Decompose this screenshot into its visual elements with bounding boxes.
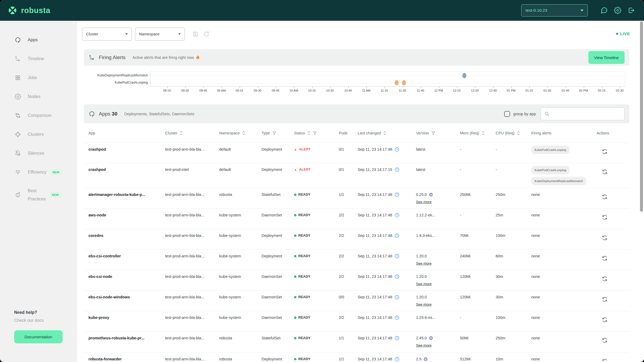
column-header-type[interactable]: Type bbox=[262, 131, 294, 135]
alert-chip[interactable]: KubePodCrashLooping bbox=[531, 146, 569, 154]
refresh-action-icon[interactable] bbox=[601, 358, 608, 362]
ready-dot-icon bbox=[294, 316, 296, 319]
column-header-status[interactable]: Status bbox=[294, 131, 339, 135]
refresh-action-icon[interactable] bbox=[601, 168, 608, 175]
x-tick bbox=[258, 86, 258, 88]
sidebar-item-apps[interactable]: Apps bbox=[0, 30, 77, 49]
alert-chip[interactable]: KubePodCrashLooping bbox=[531, 166, 569, 174]
see-more-link[interactable]: See more bbox=[416, 281, 432, 287]
ready-dot-icon bbox=[294, 194, 296, 196]
alert-chip[interactable]: KubeDeploymentReplicasMismatch bbox=[531, 177, 586, 185]
refresh-action-icon[interactable] bbox=[601, 316, 608, 323]
filter-icon[interactable] bbox=[431, 131, 435, 135]
see-more-link[interactable]: See more bbox=[416, 302, 432, 307]
namespace-filter-select[interactable]: Namespace bbox=[135, 28, 185, 41]
refresh-action-icon[interactable] bbox=[601, 255, 608, 262]
app-name[interactable]: crashpod bbox=[88, 163, 165, 172]
last-changed-cell: Sep 11, 23 14:17:48 bbox=[358, 250, 416, 259]
refresh-action-icon[interactable] bbox=[601, 235, 608, 241]
chevron-down-icon bbox=[580, 10, 584, 11]
column-header-pods[interactable]: Pods bbox=[339, 131, 358, 135]
status-cell: READY bbox=[294, 332, 339, 341]
robusta-dashboard: robusta test-0.10.23 bbox=[0, 0, 644, 362]
app-name[interactable]: ebs-csi-node-windows bbox=[88, 291, 165, 300]
sidebar-item-clusters[interactable]: Clusters bbox=[0, 125, 77, 144]
sidebar-item-efficiency[interactable]: EfficiencyNEW bbox=[0, 163, 77, 182]
see-more-link[interactable]: See more bbox=[416, 199, 432, 205]
see-more-link[interactable]: See more bbox=[416, 343, 432, 348]
sidebar-item-comparison[interactable]: Comparison bbox=[0, 106, 77, 125]
sidebar-item-best-practices[interactable]: BestPracticesNEW bbox=[0, 182, 77, 208]
topbar: robusta test-0.10.23 bbox=[0, 0, 644, 21]
search-input[interactable] bbox=[550, 112, 621, 116]
see-more-link[interactable]: See more bbox=[416, 261, 432, 266]
alert-dot[interactable] bbox=[462, 73, 466, 78]
cpu-cell: 100m bbox=[496, 311, 531, 320]
vertical-scrollbar[interactable] bbox=[640, 21, 643, 212]
refresh-action-icon[interactable] bbox=[601, 214, 608, 221]
app-name[interactable]: prometheus-robusta-kube-pr... bbox=[88, 332, 165, 341]
app-name[interactable]: coredns bbox=[88, 229, 165, 238]
column-header-actions[interactable]: Actions bbox=[597, 131, 620, 135]
chat-icon[interactable] bbox=[600, 7, 608, 14]
sort-icon[interactable] bbox=[307, 131, 310, 135]
app-name[interactable]: aws-node bbox=[88, 209, 165, 218]
reset-filters-icon[interactable] bbox=[203, 31, 210, 38]
sidebar-item-jobs[interactable]: Jobs bbox=[0, 68, 77, 87]
comparison-icon bbox=[14, 112, 21, 119]
x-tick-label: 10 AM bbox=[290, 89, 298, 92]
documentation-button[interactable]: Documentation bbox=[14, 330, 63, 343]
mem-cell: 250Mi bbox=[460, 188, 496, 197]
clock-icon bbox=[394, 315, 400, 320]
filter-icon[interactable] bbox=[313, 131, 317, 135]
column-header-ns[interactable]: Namespace bbox=[219, 131, 262, 135]
sidebar-item-nodes[interactable]: Nodes bbox=[0, 87, 77, 106]
save-filters-icon[interactable] bbox=[192, 31, 199, 38]
cluster-filter-select[interactable]: Cluster bbox=[82, 28, 132, 41]
version-select[interactable]: test-0.10.23 bbox=[521, 4, 588, 17]
alert-dot[interactable] bbox=[395, 80, 399, 85]
status-badge: READY bbox=[294, 315, 339, 320]
column-header-mem[interactable]: Mem (Req) bbox=[460, 131, 496, 135]
filter-icon[interactable] bbox=[272, 131, 276, 135]
alert-dot[interactable] bbox=[402, 80, 406, 85]
group-by-app-checkbox[interactable] bbox=[504, 111, 510, 117]
clock-icon bbox=[394, 357, 400, 362]
app-name[interactable]: ebs-csi-controller bbox=[88, 250, 165, 259]
sort-icon[interactable] bbox=[517, 131, 520, 135]
sidebar-item-timeline[interactable]: Timeline bbox=[0, 49, 77, 68]
help-subtitle[interactable]: Check our docs bbox=[14, 318, 63, 323]
column-header-alerts[interactable]: Firing alerts bbox=[531, 131, 597, 135]
sort-icon[interactable] bbox=[383, 131, 386, 135]
sort-icon[interactable] bbox=[242, 131, 245, 135]
sidebar-item-silences[interactable]: Silences bbox=[0, 144, 77, 163]
view-timeline-button[interactable]: View Timeline bbox=[588, 51, 625, 64]
status-badge: ▲ALERT bbox=[294, 167, 339, 172]
column-header-version[interactable]: Version bbox=[416, 131, 460, 135]
logout-icon[interactable] bbox=[627, 7, 635, 14]
app-name[interactable]: alertmanager-robusta-kube-p... bbox=[88, 188, 165, 197]
robusta-logo[interactable]: robusta bbox=[8, 6, 50, 15]
app-name[interactable]: robusta-forwarder bbox=[88, 353, 165, 362]
filters-bar: Cluster Namespace bbox=[77, 27, 644, 41]
app-name[interactable]: ebs-csi-node bbox=[88, 270, 165, 279]
cluster-cell: test-prod-arm-bla-bla... bbox=[165, 209, 219, 218]
search-icon bbox=[544, 111, 550, 117]
refresh-action-icon[interactable] bbox=[601, 194, 608, 200]
app-name[interactable]: crashpod bbox=[88, 143, 165, 152]
sort-icon[interactable] bbox=[180, 131, 183, 135]
column-header-cluster[interactable]: Cluster bbox=[165, 131, 219, 135]
version-cell: 2.45.0⚙See more bbox=[416, 332, 460, 348]
column-header-app[interactable]: App bbox=[88, 131, 165, 135]
settings-gear-icon[interactable] bbox=[614, 7, 621, 14]
column-header-cpu[interactable]: CPU (Req) bbox=[496, 131, 531, 135]
refresh-action-icon[interactable] bbox=[601, 148, 608, 155]
refresh-action-icon[interactable] bbox=[601, 275, 608, 282]
chart-plot-area bbox=[150, 71, 625, 87]
refresh-action-icon[interactable] bbox=[601, 296, 608, 303]
refresh-action-icon[interactable] bbox=[601, 337, 608, 344]
sort-icon[interactable] bbox=[482, 131, 485, 135]
apps-search[interactable] bbox=[541, 108, 625, 120]
column-header-last[interactable]: Last changed bbox=[358, 131, 416, 135]
app-name[interactable]: kube-proxy bbox=[88, 311, 165, 320]
